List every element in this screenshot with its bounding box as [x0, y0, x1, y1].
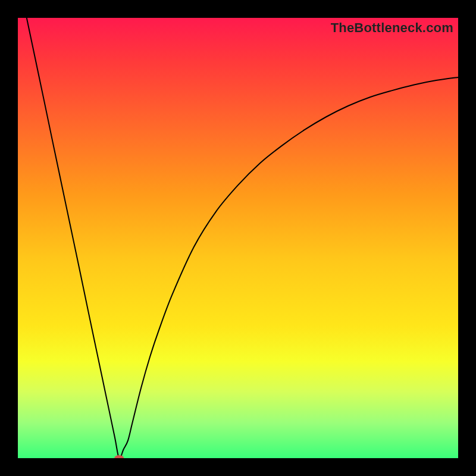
bottleneck-curve	[27, 18, 458, 458]
plot-area: TheBottleneck.com	[18, 18, 458, 458]
curve-layer	[18, 18, 458, 458]
chart-frame: TheBottleneck.com	[0, 0, 476, 476]
min-point-marker	[114, 455, 124, 458]
